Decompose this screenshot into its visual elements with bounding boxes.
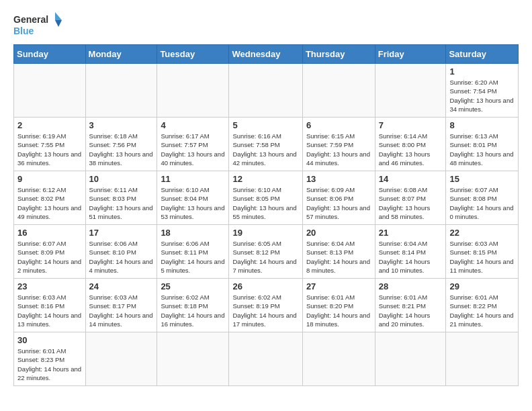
day-info: Sunrise: 6:16 AMSunset: 7:58 PMDaylight:… — [232, 132, 298, 167]
day-number: 3 — [89, 120, 154, 130]
calendar-cell — [157, 64, 229, 118]
weekday-header-sunday: Sunday — [14, 45, 86, 64]
calendar-cell: 15Sunrise: 6:07 AMSunset: 8:08 PMDayligh… — [446, 171, 519, 225]
calendar-cell: 11Sunrise: 6:10 AMSunset: 8:04 PMDayligh… — [157, 171, 229, 225]
day-info: Sunrise: 6:18 AMSunset: 7:56 PMDaylight:… — [89, 132, 154, 167]
day-info: Sunrise: 6:06 AMSunset: 8:11 PMDaylight:… — [161, 239, 225, 275]
day-info: Sunrise: 6:06 AMSunset: 8:10 PMDaylight:… — [89, 239, 154, 275]
weekday-header-thursday: Thursday — [302, 45, 375, 64]
day-info: Sunrise: 6:15 AMSunset: 7:59 PMDaylight:… — [306, 132, 371, 167]
calendar-cell — [302, 332, 375, 386]
calendar-week-6: 30Sunrise: 6:01 AMSunset: 8:23 PMDayligh… — [14, 332, 519, 386]
calendar-week-2: 2Sunrise: 6:19 AMSunset: 7:55 PMDaylight… — [14, 118, 519, 171]
calendar-cell: 20Sunrise: 6:04 AMSunset: 8:13 PMDayligh… — [302, 225, 375, 279]
svg-marker-2 — [55, 12, 62, 20]
calendar-cell: 18Sunrise: 6:06 AMSunset: 8:11 PMDayligh… — [157, 225, 229, 279]
day-number: 17 — [89, 228, 154, 238]
day-number: 16 — [17, 228, 82, 238]
day-number: 5 — [232, 120, 298, 130]
day-number: 8 — [449, 120, 515, 130]
calendar-cell — [85, 332, 157, 386]
calendar-cell — [302, 64, 375, 118]
day-number: 21 — [379, 228, 443, 238]
logo-icon: GeneralBlue — [13, 11, 67, 38]
day-number: 26 — [232, 281, 298, 291]
day-number: 7 — [379, 120, 443, 130]
calendar-cell: 17Sunrise: 6:06 AMSunset: 8:10 PMDayligh… — [85, 225, 157, 279]
day-number: 18 — [161, 228, 225, 238]
weekday-header-tuesday: Tuesday — [157, 45, 229, 64]
day-info: Sunrise: 6:10 AMSunset: 8:04 PMDaylight:… — [161, 185, 225, 221]
calendar-table: SundayMondayTuesdayWednesdayThursdayFrid… — [13, 44, 519, 386]
day-number: 23 — [17, 281, 82, 291]
calendar-cell: 12Sunrise: 6:10 AMSunset: 8:05 PMDayligh… — [229, 171, 302, 225]
day-info: Sunrise: 6:05 AMSunset: 8:12 PMDaylight:… — [232, 239, 298, 275]
day-number: 24 — [89, 281, 154, 291]
calendar-cell — [14, 64, 86, 118]
calendar-cell: 7Sunrise: 6:14 AMSunset: 8:00 PMDaylight… — [375, 118, 446, 171]
calendar-cell: 28Sunrise: 6:01 AMSunset: 8:21 PMDayligh… — [375, 279, 446, 332]
calendar-cell — [375, 332, 446, 386]
day-info: Sunrise: 6:10 AMSunset: 8:05 PMDaylight:… — [232, 185, 298, 221]
day-number: 27 — [306, 281, 371, 291]
weekday-header-wednesday: Wednesday — [229, 45, 302, 64]
calendar-body: 1Sunrise: 6:20 AMSunset: 7:54 PMDaylight… — [14, 64, 519, 386]
day-number: 19 — [232, 228, 298, 238]
calendar-cell: 24Sunrise: 6:03 AMSunset: 8:17 PMDayligh… — [85, 279, 157, 332]
day-number: 10 — [89, 174, 154, 184]
calendar-week-1: 1Sunrise: 6:20 AMSunset: 7:54 PMDaylight… — [14, 64, 519, 118]
day-number: 30 — [17, 335, 82, 345]
day-info: Sunrise: 6:01 AMSunset: 8:23 PMDaylight:… — [17, 347, 82, 382]
calendar-cell: 4Sunrise: 6:17 AMSunset: 7:57 PMDaylight… — [157, 118, 229, 171]
weekday-header-saturday: Saturday — [446, 45, 519, 64]
calendar-cell: 8Sunrise: 6:13 AMSunset: 8:01 PMDaylight… — [446, 118, 519, 171]
day-info: Sunrise: 6:03 AMSunset: 8:17 PMDaylight:… — [89, 293, 154, 328]
calendar-week-4: 16Sunrise: 6:07 AMSunset: 8:09 PMDayligh… — [14, 225, 519, 279]
calendar-cell — [229, 64, 302, 118]
day-number: 13 — [306, 174, 371, 184]
day-number: 9 — [17, 174, 82, 184]
calendar-cell: 26Sunrise: 6:02 AMSunset: 8:19 PMDayligh… — [229, 279, 302, 332]
day-info: Sunrise: 6:19 AMSunset: 7:55 PMDaylight:… — [17, 132, 82, 167]
calendar-cell: 9Sunrise: 6:12 AMSunset: 8:02 PMDaylight… — [14, 171, 86, 225]
calendar-cell — [157, 332, 229, 386]
day-number: 6 — [306, 120, 371, 130]
calendar-cell: 23Sunrise: 6:03 AMSunset: 8:16 PMDayligh… — [14, 279, 86, 332]
svg-text:Blue: Blue — [13, 26, 34, 36]
calendar-cell: 29Sunrise: 6:01 AMSunset: 8:22 PMDayligh… — [446, 279, 519, 332]
svg-text:General: General — [13, 14, 48, 25]
day-info: Sunrise: 6:17 AMSunset: 7:57 PMDaylight:… — [161, 132, 225, 167]
calendar-cell — [446, 332, 519, 386]
day-number: 12 — [232, 174, 298, 184]
day-info: Sunrise: 6:20 AMSunset: 7:54 PMDaylight:… — [449, 78, 515, 113]
day-number: 22 — [449, 228, 515, 238]
day-info: Sunrise: 6:04 AMSunset: 8:13 PMDaylight:… — [306, 239, 371, 275]
day-info: Sunrise: 6:03 AMSunset: 8:16 PMDaylight:… — [17, 293, 82, 328]
day-info: Sunrise: 6:08 AMSunset: 8:07 PMDaylight:… — [379, 185, 443, 221]
calendar-cell: 10Sunrise: 6:11 AMSunset: 8:03 PMDayligh… — [85, 171, 157, 225]
day-info: Sunrise: 6:14 AMSunset: 8:00 PMDaylight:… — [379, 132, 443, 167]
calendar-cell — [229, 332, 302, 386]
logo: GeneralBlue — [13, 11, 67, 38]
calendar-cell: 2Sunrise: 6:19 AMSunset: 7:55 PMDaylight… — [14, 118, 86, 171]
weekday-header-row: SundayMondayTuesdayWednesdayThursdayFrid… — [14, 45, 519, 64]
calendar-cell: 21Sunrise: 6:04 AMSunset: 8:14 PMDayligh… — [375, 225, 446, 279]
calendar-week-3: 9Sunrise: 6:12 AMSunset: 8:02 PMDaylight… — [14, 171, 519, 225]
day-number: 25 — [161, 281, 225, 291]
day-number: 29 — [449, 281, 515, 291]
day-number: 1 — [449, 66, 515, 77]
calendar-cell — [375, 64, 446, 118]
day-info: Sunrise: 6:02 AMSunset: 8:18 PMDaylight:… — [161, 293, 225, 328]
day-info: Sunrise: 6:01 AMSunset: 8:21 PMDaylight:… — [379, 293, 443, 328]
day-number: 4 — [161, 120, 225, 130]
calendar-cell: 13Sunrise: 6:09 AMSunset: 8:06 PMDayligh… — [302, 171, 375, 225]
calendar-cell: 14Sunrise: 6:08 AMSunset: 8:07 PMDayligh… — [375, 171, 446, 225]
day-number: 15 — [449, 174, 515, 184]
calendar-cell: 22Sunrise: 6:03 AMSunset: 8:15 PMDayligh… — [446, 225, 519, 279]
calendar-cell: 1Sunrise: 6:20 AMSunset: 7:54 PMDaylight… — [446, 64, 519, 118]
day-info: Sunrise: 6:07 AMSunset: 8:08 PMDaylight:… — [449, 185, 515, 221]
calendar-week-5: 23Sunrise: 6:03 AMSunset: 8:16 PMDayligh… — [14, 279, 519, 332]
day-info: Sunrise: 6:02 AMSunset: 8:19 PMDaylight:… — [232, 293, 298, 328]
day-number: 20 — [306, 228, 371, 238]
day-number: 11 — [161, 174, 225, 184]
